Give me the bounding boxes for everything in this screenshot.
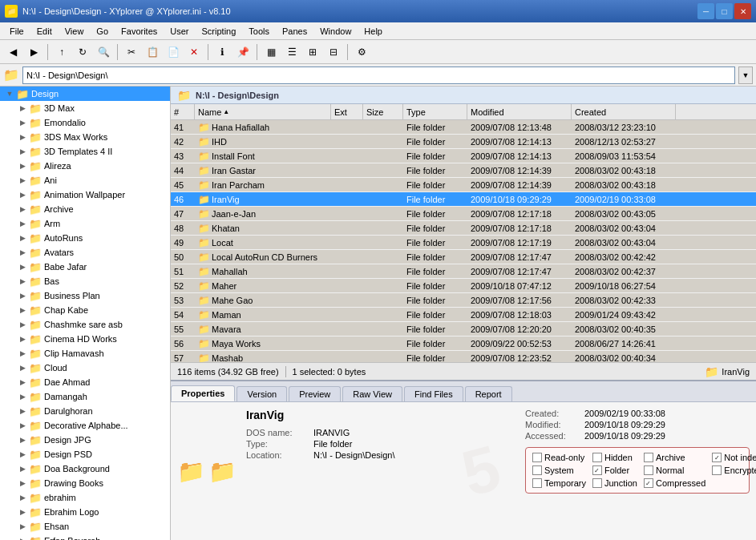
tree-item[interactable]: ▶📁Business Plan [0,288,170,303]
attr-junction[interactable]: Junction [592,478,637,488]
tree-item[interactable]: ▶📁Dae Ahmad [0,375,170,389]
properties-button[interactable]: ℹ [212,42,232,62]
tree-expand-icon[interactable]: ▼ [3,87,16,100]
tree-item[interactable]: ▶📁Emondalio [0,115,170,130]
tree-expand-icon[interactable]: ▶ [16,289,29,302]
tree-expand-icon[interactable]: ▶ [16,145,29,158]
attr-hidden[interactable]: Hidden [592,453,637,462]
address-input[interactable] [22,66,735,84]
tree-expand-icon[interactable]: ▶ [16,462,29,475]
table-row[interactable]: 57📁MashabFile folder2009/07/08 12:23:522… [171,351,756,362]
minimize-button[interactable]: ─ [697,3,714,19]
tree-expand-icon[interactable]: ▶ [16,491,29,504]
tree-item[interactable]: ▶📁Ebrahim Logo [0,505,170,519]
tree-item[interactable]: ▶📁Babe Jafar [0,260,170,274]
tree-item[interactable]: ▶📁Erfan Bavareh [0,534,170,540]
cut-button[interactable]: ✂ [122,42,141,62]
attr-not-indexed[interactable]: Not indexed [712,453,756,462]
tree-expand-icon[interactable]: ▶ [16,260,29,273]
tree-item[interactable]: ▶📁AutoRuns [0,231,170,245]
table-row[interactable]: 47📁Jaan-e-JanFile folder2009/07/08 12:17… [171,207,756,221]
menu-scripting[interactable]: Scripting [196,25,243,38]
tree-item[interactable]: ▶📁Doa Background [0,461,170,476]
tree-item[interactable]: ▶📁Ani [0,173,170,187]
tree-item[interactable]: ▶📁3D Templates 4 II [0,144,170,159]
attr-system[interactable]: System [532,465,586,475]
tree-expand-icon[interactable]: ▶ [16,376,29,389]
tree-item[interactable]: ▶📁Ehsan [0,519,170,534]
table-row[interactable]: 43📁Install FontFile folder2009/07/08 12:… [171,149,756,163]
tree-expand-icon[interactable]: ▶ [16,217,29,230]
tree-expand-icon[interactable]: ▶ [16,506,29,518]
col-header-num[interactable]: # [171,104,195,119]
tree-expand-icon[interactable]: ▶ [16,448,29,461]
tree-expand-icon[interactable]: ▶ [16,477,29,490]
tree-item[interactable]: ▶📁Decorative Alphabe... [0,418,170,433]
tree-item[interactable]: ▶📁ebrahim [0,490,170,505]
menu-window[interactable]: Window [313,25,358,38]
tree-expand-icon[interactable]: ▶ [16,188,29,201]
tree-expand-icon[interactable]: ▶ [16,203,29,216]
table-row[interactable]: 54📁MamanFile folder2009/07/08 12:18:0320… [171,308,756,322]
table-row[interactable]: 56📁Maya WorksFile folder2009/09/22 00:52… [171,336,756,351]
view3-button[interactable]: ⊞ [303,42,322,62]
col-header-ext[interactable]: Ext [331,104,363,119]
tree-expand-icon[interactable]: ▶ [16,332,29,345]
tree-expand-icon[interactable]: ▶ [16,433,29,446]
view1-button[interactable]: ▦ [261,42,281,62]
menu-edit[interactable]: Edit [30,25,59,38]
table-row[interactable]: 49📁LocatFile folder2009/07/08 12:17:1920… [171,236,756,250]
tree-item[interactable]: ▶📁Cloud [0,361,170,375]
tree-item[interactable]: ▶📁Archive [0,202,170,216]
tree-expand-icon[interactable]: ▶ [16,174,29,187]
attr-readonly-cb[interactable] [532,453,542,462]
attr-encrypted[interactable]: Encrypted [712,465,756,475]
tree-item[interactable]: ▶📁3D Max [0,101,170,115]
tree-expand-icon[interactable]: ▶ [16,347,29,360]
tab-find-files[interactable]: Find Files [404,386,463,401]
tree-expand-icon[interactable]: ▶ [16,419,29,432]
tree-expand-icon[interactable]: ▶ [16,520,29,533]
tree-expand-icon[interactable]: ▶ [16,246,29,259]
address-dropdown-button[interactable]: ▼ [738,66,753,84]
maximize-button[interactable]: □ [716,3,733,19]
tree-expand-icon[interactable]: ▶ [16,318,29,331]
tree-expand-icon[interactable]: ▶ [16,534,29,540]
delete-button[interactable]: ✕ [184,42,204,62]
table-row[interactable]: 52📁MaherFile folder2009/10/18 07:47:1220… [171,279,756,293]
attr-archive-cb[interactable] [644,453,653,462]
tree-expand-icon[interactable]: ▶ [16,116,29,129]
attr-archive[interactable]: Archive [644,453,705,462]
attr-normal[interactable]: Normal [644,465,705,475]
tree-expand-icon[interactable]: ▶ [16,131,29,143]
tab-version[interactable]: Version [237,386,287,401]
menu-favorites[interactable]: Favorites [115,25,164,38]
table-row[interactable]: 42📁IHDFile folder2009/07/08 12:14:132008… [171,135,756,149]
tree-expand-icon[interactable]: ▶ [16,275,29,288]
tree-item[interactable]: ▶📁Damangah [0,389,170,404]
table-row[interactable]: 51📁MahallahFile folder2009/07/08 12:17:4… [171,264,756,279]
tree-item[interactable]: ▶📁Design PSD [0,447,170,461]
tree-item[interactable]: ▶📁Chap Kabe [0,303,170,317]
attr-normal-cb[interactable] [644,465,653,475]
close-button[interactable]: ✕ [734,3,751,19]
attr-not-indexed-cb[interactable] [712,453,722,462]
attr-compressed-cb[interactable] [644,478,653,488]
col-header-name[interactable]: Name ▲ [195,104,331,119]
view4-button[interactable]: ⊟ [324,42,343,62]
tree-item[interactable]: ▶📁Chashmke sare asb [0,317,170,332]
attr-compressed[interactable]: Compressed [644,478,705,488]
tree-expand-icon[interactable]: ▶ [16,102,29,115]
col-header-type[interactable]: Type [403,104,467,119]
up-button[interactable]: ↑ [52,42,71,62]
tab-raw-view[interactable]: Raw View [342,386,402,401]
menu-view[interactable]: View [59,25,91,38]
forward-button[interactable]: ▶ [24,42,43,62]
tree-item[interactable]: ▼📁Design [0,87,170,101]
menu-file[interactable]: File [3,25,30,38]
tree-item[interactable]: ▶📁Cinema HD Works [0,332,170,346]
tree-item[interactable]: ▶📁Clip Hamavash [0,346,170,361]
tab-properties[interactable]: Properties [171,385,235,401]
table-row[interactable]: 48📁KhatanFile folder2009/07/08 12:17:182… [171,221,756,236]
table-row[interactable]: 44📁Iran GastarFile folder2009/07/08 12:1… [171,163,756,178]
